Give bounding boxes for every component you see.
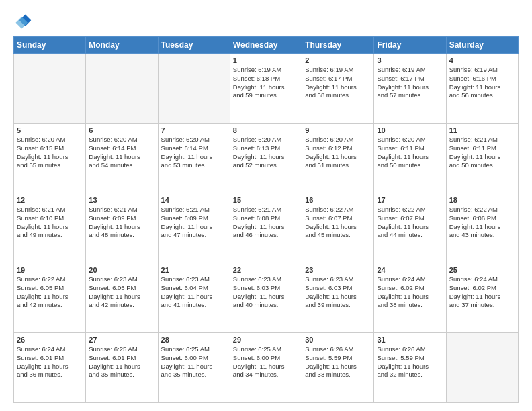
calendar-cell: 31Sunrise: 6:26 AM Sunset: 5:59 PM Dayli…: [374, 333, 446, 403]
cell-info: Sunrise: 6:21 AM Sunset: 6:08 PM Dayligh…: [233, 205, 299, 240]
cell-info: Sunrise: 6:20 AM Sunset: 6:15 PM Dayligh…: [17, 136, 83, 170]
cell-info: Sunrise: 6:21 AM Sunset: 6:09 PM Dayligh…: [89, 205, 154, 240]
calendar-cell: 26Sunrise: 6:24 AM Sunset: 6:01 PM Dayli…: [14, 333, 86, 403]
day-number: 29: [233, 336, 299, 344]
calendar-cell: 29Sunrise: 6:25 AM Sunset: 6:00 PM Dayli…: [230, 333, 302, 403]
calendar-cell: 30Sunrise: 6:26 AM Sunset: 5:59 PM Dayli…: [302, 333, 374, 403]
cell-info: Sunrise: 6:20 AM Sunset: 6:11 PM Dayligh…: [377, 136, 443, 170]
calendar-cell: 12Sunrise: 6:21 AM Sunset: 6:10 PM Dayli…: [14, 193, 86, 263]
calendar-cell: [158, 54, 230, 124]
day-number: 15: [233, 196, 299, 204]
calendar-cell: 6Sunrise: 6:20 AM Sunset: 6:14 PM Daylig…: [86, 124, 158, 193]
cell-info: Sunrise: 6:23 AM Sunset: 6:03 PM Dayligh…: [233, 275, 299, 310]
day-number: 13: [89, 196, 154, 204]
day-number: 11: [449, 126, 515, 134]
week-row-0: 1Sunrise: 6:19 AM Sunset: 6:18 PM Daylig…: [14, 54, 519, 124]
calendar-cell: 14Sunrise: 6:21 AM Sunset: 6:09 PM Dayli…: [158, 193, 230, 263]
cell-info: Sunrise: 6:25 AM Sunset: 6:00 PM Dayligh…: [161, 345, 227, 379]
cell-info: Sunrise: 6:26 AM Sunset: 5:59 PM Dayligh…: [305, 345, 371, 379]
cell-info: Sunrise: 6:19 AM Sunset: 6:17 PM Dayligh…: [305, 66, 371, 100]
day-number: 16: [305, 196, 371, 204]
day-number: 31: [377, 336, 443, 344]
calendar-cell: 25Sunrise: 6:24 AM Sunset: 6:02 PM Dayli…: [446, 263, 518, 333]
calendar-cell: 3Sunrise: 6:19 AM Sunset: 6:17 PM Daylig…: [374, 54, 446, 124]
week-row-1: 5Sunrise: 6:20 AM Sunset: 6:15 PM Daylig…: [14, 124, 519, 193]
day-number: 14: [161, 196, 227, 204]
calendar-cell: 18Sunrise: 6:22 AM Sunset: 6:06 PM Dayli…: [446, 193, 518, 263]
day-number: 25: [449, 266, 515, 274]
cell-info: Sunrise: 6:22 AM Sunset: 6:05 PM Dayligh…: [17, 275, 83, 310]
day-number: 10: [377, 126, 443, 134]
calendar-cell: 27Sunrise: 6:25 AM Sunset: 6:01 PM Dayli…: [86, 333, 158, 403]
calendar-cell: 4Sunrise: 6:19 AM Sunset: 6:16 PM Daylig…: [446, 54, 518, 124]
cell-info: Sunrise: 6:19 AM Sunset: 6:17 PM Dayligh…: [377, 66, 443, 100]
day-number: 12: [17, 196, 83, 204]
calendar-cell: 23Sunrise: 6:23 AM Sunset: 6:03 PM Dayli…: [302, 263, 374, 333]
calendar-cell: 9Sunrise: 6:20 AM Sunset: 6:12 PM Daylig…: [302, 124, 374, 193]
week-row-3: 19Sunrise: 6:22 AM Sunset: 6:05 PM Dayli…: [14, 263, 519, 333]
day-number: 17: [377, 196, 443, 204]
day-number: 26: [17, 336, 83, 344]
weekday-header-thursday: Thursday: [302, 37, 374, 54]
cell-info: Sunrise: 6:20 AM Sunset: 6:14 PM Dayligh…: [161, 136, 227, 170]
calendar: SundayMondayTuesdayWednesdayThursdayFrid…: [13, 36, 519, 403]
cell-info: Sunrise: 6:21 AM Sunset: 6:10 PM Dayligh…: [17, 205, 83, 240]
calendar-cell: 2Sunrise: 6:19 AM Sunset: 6:17 PM Daylig…: [302, 54, 374, 124]
day-number: 18: [449, 196, 515, 204]
day-number: 23: [305, 266, 371, 274]
weekday-header-tuesday: Tuesday: [158, 37, 230, 54]
cell-info: Sunrise: 6:25 AM Sunset: 6:00 PM Dayligh…: [233, 345, 299, 379]
calendar-cell: 21Sunrise: 6:23 AM Sunset: 6:04 PM Dayli…: [158, 263, 230, 333]
day-number: 8: [233, 126, 299, 134]
calendar-cell: 5Sunrise: 6:20 AM Sunset: 6:15 PM Daylig…: [14, 124, 86, 193]
cell-info: Sunrise: 6:20 AM Sunset: 6:12 PM Dayligh…: [305, 136, 371, 170]
calendar-cell: 13Sunrise: 6:21 AM Sunset: 6:09 PM Dayli…: [86, 193, 158, 263]
day-number: 20: [89, 266, 154, 274]
weekday-header-wednesday: Wednesday: [230, 37, 302, 54]
week-row-2: 12Sunrise: 6:21 AM Sunset: 6:10 PM Dayli…: [14, 193, 519, 263]
calendar-cell: [14, 54, 86, 124]
day-number: 3: [377, 56, 443, 64]
day-number: 19: [17, 266, 83, 274]
day-number: 27: [89, 336, 154, 344]
day-number: 24: [377, 266, 443, 274]
cell-info: Sunrise: 6:20 AM Sunset: 6:13 PM Dayligh…: [233, 136, 299, 170]
calendar-cell: 19Sunrise: 6:22 AM Sunset: 6:05 PM Dayli…: [14, 263, 86, 333]
cell-info: Sunrise: 6:24 AM Sunset: 6:01 PM Dayligh…: [17, 345, 83, 379]
cell-info: Sunrise: 6:25 AM Sunset: 6:01 PM Dayligh…: [89, 345, 154, 379]
cell-info: Sunrise: 6:19 AM Sunset: 6:18 PM Dayligh…: [233, 66, 299, 100]
calendar-cell: [86, 54, 158, 124]
calendar-cell: 24Sunrise: 6:24 AM Sunset: 6:02 PM Dayli…: [374, 263, 446, 333]
weekday-header-row: SundayMondayTuesdayWednesdayThursdayFrid…: [14, 37, 519, 54]
weekday-header-monday: Monday: [86, 37, 158, 54]
cell-info: Sunrise: 6:26 AM Sunset: 5:59 PM Dayligh…: [377, 345, 443, 379]
day-number: 28: [161, 336, 227, 344]
day-number: 2: [305, 56, 371, 64]
cell-info: Sunrise: 6:21 AM Sunset: 6:09 PM Dayligh…: [161, 205, 227, 240]
cell-info: Sunrise: 6:20 AM Sunset: 6:14 PM Dayligh…: [89, 136, 154, 170]
day-number: 7: [161, 126, 227, 134]
weekday-header-sunday: Sunday: [14, 37, 86, 54]
cell-info: Sunrise: 6:21 AM Sunset: 6:11 PM Dayligh…: [449, 136, 515, 170]
cell-info: Sunrise: 6:23 AM Sunset: 6:03 PM Dayligh…: [305, 275, 371, 310]
cell-info: Sunrise: 6:19 AM Sunset: 6:16 PM Dayligh…: [449, 66, 515, 100]
day-number: 30: [305, 336, 371, 344]
logo-icon: [13, 12, 32, 31]
day-number: 4: [449, 56, 515, 64]
weekday-header-saturday: Saturday: [446, 37, 518, 54]
logo: [13, 12, 35, 31]
day-number: 1: [233, 56, 299, 64]
calendar-cell: 16Sunrise: 6:22 AM Sunset: 6:07 PM Dayli…: [302, 193, 374, 263]
calendar-cell: 28Sunrise: 6:25 AM Sunset: 6:00 PM Dayli…: [158, 333, 230, 403]
cell-info: Sunrise: 6:22 AM Sunset: 6:07 PM Dayligh…: [377, 205, 443, 240]
calendar-cell: 10Sunrise: 6:20 AM Sunset: 6:11 PM Dayli…: [374, 124, 446, 193]
day-number: 22: [233, 266, 299, 274]
calendar-cell: 22Sunrise: 6:23 AM Sunset: 6:03 PM Dayli…: [230, 263, 302, 333]
cell-info: Sunrise: 6:22 AM Sunset: 6:07 PM Dayligh…: [305, 205, 371, 240]
cell-info: Sunrise: 6:24 AM Sunset: 6:02 PM Dayligh…: [449, 275, 515, 310]
day-number: 9: [305, 126, 371, 134]
week-row-4: 26Sunrise: 6:24 AM Sunset: 6:01 PM Dayli…: [14, 333, 519, 403]
cell-info: Sunrise: 6:22 AM Sunset: 6:06 PM Dayligh…: [449, 205, 515, 240]
calendar-cell: 8Sunrise: 6:20 AM Sunset: 6:13 PM Daylig…: [230, 124, 302, 193]
cell-info: Sunrise: 6:23 AM Sunset: 6:05 PM Dayligh…: [89, 275, 154, 310]
